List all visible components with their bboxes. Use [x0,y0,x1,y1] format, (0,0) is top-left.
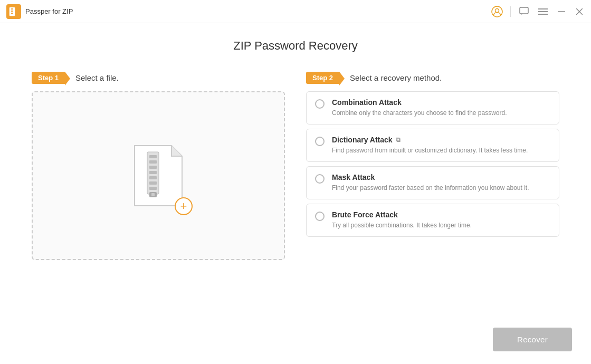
svg-rect-14 [149,155,157,158]
svg-rect-1 [11,8,13,9]
method-text-1: Dictionary Attack⧉ Find password from in… [332,136,550,155]
method-item-2[interactable]: Mask Attack Find your password faster ba… [306,166,559,199]
step2-header: Step 2 Select a recovery method. [306,72,559,84]
svg-rect-18 [149,176,157,179]
svg-rect-16 [149,166,157,169]
left-column: Step 1 Select a file. [32,72,285,260]
radio-3[interactable] [315,212,325,221]
svg-point-5 [495,8,499,12]
method-item-3[interactable]: Brute Force Attack Try all possible comb… [306,204,559,237]
step1-badge: Step 1 [32,72,65,84]
main-content: ZIP Password Recovery Step 1 Select a fi… [0,23,591,271]
add-file-button[interactable]: + [175,197,193,215]
svg-rect-2 [11,11,13,12]
method-name-3: Brute Force Attack [332,210,550,219]
radio-2[interactable] [315,174,325,184]
app-logo [6,4,21,19]
method-name-2: Mask Attack [332,173,550,181]
page-title: ZIP Password Recovery [32,39,559,53]
chat-icon[interactable] [518,6,530,17]
close-button[interactable] [574,6,585,17]
app-title: Passper for ZIP [25,7,491,15]
step1-description: Select a file. [75,73,119,82]
user-icon[interactable] [491,6,503,17]
window-controls [491,6,585,17]
method-desc-3: Try all possible combinations. It takes … [332,221,550,230]
method-desc-1: Find password from inbuilt or customized… [332,146,550,155]
svg-rect-15 [149,160,157,164]
zip-icon-container: + [129,141,187,210]
radio-1[interactable] [315,137,325,146]
svg-rect-3 [11,13,13,14]
method-item-1[interactable]: Dictionary Attack⧉ Find password from in… [306,129,559,162]
method-name-1: Dictionary Attack⧉ [332,136,550,144]
method-text-2: Mask Attack Find your password faster ba… [332,173,550,193]
method-desc-2: Find your password faster based on the i… [332,183,550,193]
right-column: Step 2 Select a recovery method. Combina… [306,72,559,260]
step2-badge: Step 2 [306,72,339,84]
method-text-3: Brute Force Attack Try all possible comb… [332,210,550,230]
method-item-0[interactable]: Combination Attack Combine only the char… [306,91,559,124]
title-bar: Passper for ZIP [0,0,591,23]
method-text-0: Combination Attack Combine only the char… [332,98,550,118]
step1-header: Step 1 Select a file. [32,72,285,84]
divider [510,6,511,17]
svg-rect-20 [149,187,157,190]
step2-description: Select a recovery method. [350,73,442,82]
method-icon-1: ⧉ [396,136,401,143]
radio-0[interactable] [315,99,325,109]
recover-button[interactable]: Recover [493,328,572,351]
method-desc-0: Combine only the characters you choose t… [332,108,550,118]
minimize-button[interactable] [556,6,567,17]
file-drop-area[interactable]: + [32,91,285,260]
method-name-0: Combination Attack [332,98,550,107]
svg-rect-17 [149,171,157,174]
two-column-layout: Step 1 Select a file. [32,72,559,260]
menu-icon[interactable] [537,6,549,17]
svg-rect-19 [149,181,157,185]
method-list: Combination Attack Combine only the char… [306,91,559,237]
svg-rect-6 [520,7,528,14]
svg-rect-22 [151,193,155,196]
